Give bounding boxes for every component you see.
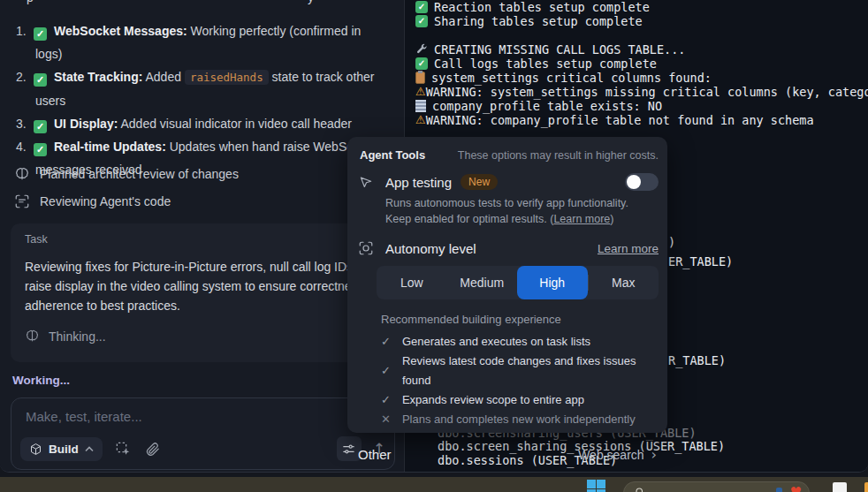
fix-checklist: 1.✓WebSocket Messages: Working perfectly… bbox=[16, 19, 389, 181]
autonomy-learn-more-link[interactable]: Learn more bbox=[598, 242, 659, 255]
attach-paperclip-icon[interactable] bbox=[144, 441, 161, 458]
check-mark-icon: ✓ bbox=[381, 390, 391, 410]
building-icon bbox=[415, 100, 426, 112]
cursor-pointer-icon bbox=[358, 174, 374, 190]
checklist-item: 3.✓UI Display: Added visual indicator in… bbox=[16, 112, 389, 135]
checked-checkbox-icon: ✓ bbox=[34, 120, 47, 133]
agent-tools-popup: Agent Tools These options may result in … bbox=[347, 137, 667, 433]
search-icon bbox=[635, 487, 645, 492]
checklist-item: 1.✓WebSocket Messages: Working perfectly… bbox=[16, 19, 389, 65]
item-label: UI Display: bbox=[54, 117, 118, 131]
autonomy-high-button[interactable]: High bbox=[517, 266, 588, 299]
brain-icon bbox=[25, 329, 40, 344]
taskbar-app-icon[interactable] bbox=[833, 482, 847, 492]
popup-header: Agent Tools These options may result in … bbox=[347, 137, 667, 162]
code-review-icon bbox=[14, 193, 30, 209]
cube-icon bbox=[29, 443, 42, 456]
success-check-icon: ✓ bbox=[415, 57, 428, 70]
windows-start-button[interactable] bbox=[587, 480, 605, 492]
app-testing-row: App testing New bbox=[347, 173, 667, 191]
brain-icon bbox=[14, 166, 30, 182]
status-label: Planned architect review of changes bbox=[40, 167, 239, 181]
autonomy-level-label: Autonomy level bbox=[385, 241, 476, 256]
thinking-status: Thinking... bbox=[25, 329, 390, 344]
console-line: ✓Reaction tables setup complete bbox=[405, 0, 868, 14]
console-line-blank bbox=[405, 28, 868, 42]
item-text: Added visual indicator in video call hea… bbox=[118, 117, 352, 131]
app-testing-toggle[interactable] bbox=[625, 173, 659, 191]
other-section-row: Other Web search › bbox=[347, 441, 667, 463]
build-mode-button[interactable]: Build bbox=[20, 437, 103, 461]
console-line: ⚠WARNING: company_profile table not foun… bbox=[405, 113, 868, 127]
other-label: Other bbox=[358, 447, 392, 462]
console-text-fragment: ) bbox=[668, 235, 675, 249]
composer-toolbar: Build ↑ bbox=[20, 436, 385, 461]
console-text-fragment: R_TABLE) bbox=[668, 353, 726, 367]
chat-panel: p y 1.✓WebSocket Messages: Working perfe… bbox=[0, 0, 404, 473]
feature-item: ✓Reviews latest code changes and fixes i… bbox=[347, 352, 667, 390]
autonomy-low-button[interactable]: Low bbox=[377, 266, 447, 299]
heart-icon: ♥ bbox=[790, 484, 802, 492]
web-search-link[interactable]: Web search › bbox=[578, 446, 657, 463]
search-highlight-icon bbox=[776, 488, 782, 492]
element-select-icon[interactable] bbox=[115, 441, 132, 458]
inline-code-chip: raisedHands bbox=[185, 70, 269, 85]
autonomy-focus-icon bbox=[358, 240, 374, 256]
popup-title: Agent Tools bbox=[360, 148, 425, 162]
working-status: Working... bbox=[12, 374, 70, 387]
build-label: Build bbox=[49, 443, 79, 456]
cost-warning-note: These options may result in higher costs… bbox=[458, 149, 659, 162]
clipped-text-fragment: y bbox=[308, 0, 314, 4]
prompt-input[interactable] bbox=[26, 409, 384, 424]
os-taskbar: ♥ bbox=[0, 477, 868, 492]
wrench-icon bbox=[415, 43, 428, 56]
autonomy-medium-button[interactable]: Medium bbox=[447, 266, 518, 299]
status-architect-review: Planned architect review of changes bbox=[14, 166, 239, 182]
console-line: company_profile table exists: NO bbox=[405, 99, 868, 113]
console-line: CREATING MISSING CALL LOGS TABLE... bbox=[405, 42, 868, 57]
console-line: ✓Call logs tables setup complete bbox=[405, 57, 868, 71]
item-number: 1. bbox=[16, 19, 34, 42]
feature-item: ✓Generates and executes on task lists bbox=[347, 332, 667, 352]
clipboard-icon bbox=[415, 72, 425, 84]
console-line: ⚠WARNING: system_settings missing critic… bbox=[405, 85, 868, 99]
item-number: 3. bbox=[16, 112, 34, 135]
learn-more-link[interactable]: Learn more bbox=[553, 213, 610, 225]
web-search-label: Web search bbox=[578, 448, 643, 462]
checked-checkbox-icon: ✓ bbox=[34, 27, 47, 41]
new-badge: New bbox=[461, 174, 498, 190]
app-window: p y 1.✓WebSocket Messages: Working perfe… bbox=[0, 0, 868, 473]
clipped-text-fragment: p bbox=[27, 0, 34, 4]
chevron-up-icon bbox=[85, 446, 94, 452]
checklist-item: 2.✓State Tracking: Added raisedHands sta… bbox=[16, 65, 389, 112]
checked-checkbox-icon: ✓ bbox=[34, 143, 47, 156]
warning-icon: ⚠ bbox=[415, 85, 426, 99]
check-mark-icon: ✓ bbox=[381, 332, 391, 352]
recommended-title: Recommended building experience bbox=[381, 313, 667, 326]
app-testing-label: App testing bbox=[385, 175, 452, 190]
app-testing-description: Runs autonomous tests to verify app func… bbox=[385, 195, 659, 227]
success-check-icon: ✓ bbox=[415, 15, 428, 27]
autonomy-max-button[interactable]: Max bbox=[589, 266, 659, 299]
console-line: ✓Sharing tables setup complete bbox=[405, 14, 868, 28]
success-check-icon: ✓ bbox=[415, 1, 428, 13]
item-text: Added bbox=[142, 70, 185, 84]
thinking-label: Thinking... bbox=[49, 329, 106, 344]
task-description: Reviewing fixes for Picture-in-Picture e… bbox=[25, 257, 396, 315]
autonomy-level-segmented-control: Low Medium High Max bbox=[377, 266, 659, 299]
warning-icon: ⚠ bbox=[415, 113, 426, 127]
cross-mark-icon: ✕ bbox=[381, 410, 391, 429]
item-label: WebSocket Messages: bbox=[54, 24, 187, 38]
message-composer: Build ↑ bbox=[11, 397, 395, 470]
status-reviewing-code: Reviewing Agent's code bbox=[14, 193, 171, 209]
feature-item-excluded: ✕Plans and completes new work independen… bbox=[347, 410, 667, 429]
taskbar-search-box[interactable]: ♥ bbox=[623, 481, 810, 492]
toggle-knob bbox=[627, 175, 641, 189]
task-card: Task Reviewing fixes for Picture-in-Pict… bbox=[11, 223, 404, 362]
taskbar-app-icon[interactable] bbox=[864, 482, 868, 492]
checked-checkbox-icon: ✓ bbox=[34, 73, 47, 87]
autonomy-level-row: Autonomy level Learn more bbox=[347, 240, 667, 256]
item-number: 2. bbox=[16, 65, 34, 88]
item-number: 4. bbox=[16, 135, 34, 158]
console-text-fragment: ER_TABLE) bbox=[668, 254, 733, 269]
